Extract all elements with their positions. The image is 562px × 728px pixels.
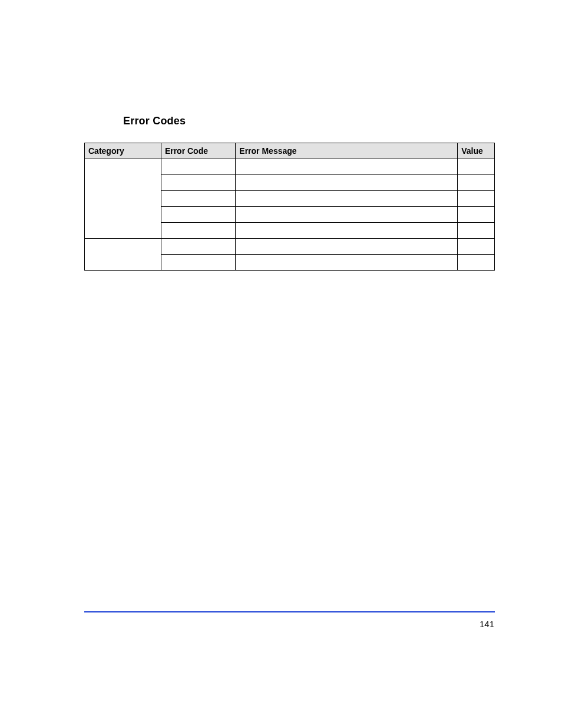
- cell-category: [85, 191, 161, 207]
- cell-error-message: [236, 191, 458, 207]
- table-row: [85, 159, 495, 175]
- cell-error-code: [161, 159, 235, 175]
- cell-error-code: [161, 255, 235, 271]
- cell-value: [458, 255, 495, 271]
- cell-error-code: [161, 175, 235, 191]
- section-title: Error Codes: [123, 115, 186, 127]
- document-page: Error Codes Category Error Code Error Me…: [0, 0, 562, 728]
- table-row: [85, 207, 495, 223]
- cell-category: [85, 175, 161, 191]
- cell-value: [458, 159, 495, 175]
- table-row: [85, 175, 495, 191]
- cell-error-message: [236, 159, 458, 175]
- table-row: [85, 255, 495, 271]
- cell-category: [85, 207, 161, 223]
- page-number: 141: [480, 619, 494, 629]
- cell-error-code: [161, 223, 235, 239]
- cell-category: [85, 239, 161, 255]
- footer-divider: [84, 611, 495, 612]
- header-error-code: Error Code: [161, 143, 235, 159]
- cell-category: [85, 159, 161, 175]
- table-row: [85, 191, 495, 207]
- header-category: Category: [85, 143, 161, 159]
- table-header-row: Category Error Code Error Message Value: [85, 143, 495, 159]
- cell-error-message: [236, 255, 458, 271]
- cell-value: [458, 239, 495, 255]
- table-row: [85, 239, 495, 255]
- cell-error-code: [161, 207, 235, 223]
- cell-error-message: [236, 175, 458, 191]
- cell-value: [458, 191, 495, 207]
- cell-error-message: [236, 223, 458, 239]
- header-error-message: Error Message: [236, 143, 458, 159]
- cell-error-message: [236, 207, 458, 223]
- header-value: Value: [458, 143, 495, 159]
- cell-value: [458, 223, 495, 239]
- cell-error-code: [161, 239, 235, 255]
- cell-value: [458, 175, 495, 191]
- error-codes-table: Category Error Code Error Message Value: [84, 143, 495, 271]
- cell-value: [458, 207, 495, 223]
- cell-category: [85, 223, 161, 239]
- table-row: [85, 223, 495, 239]
- cell-error-code: [161, 191, 235, 207]
- cell-category: [85, 255, 161, 271]
- cell-error-message: [236, 239, 458, 255]
